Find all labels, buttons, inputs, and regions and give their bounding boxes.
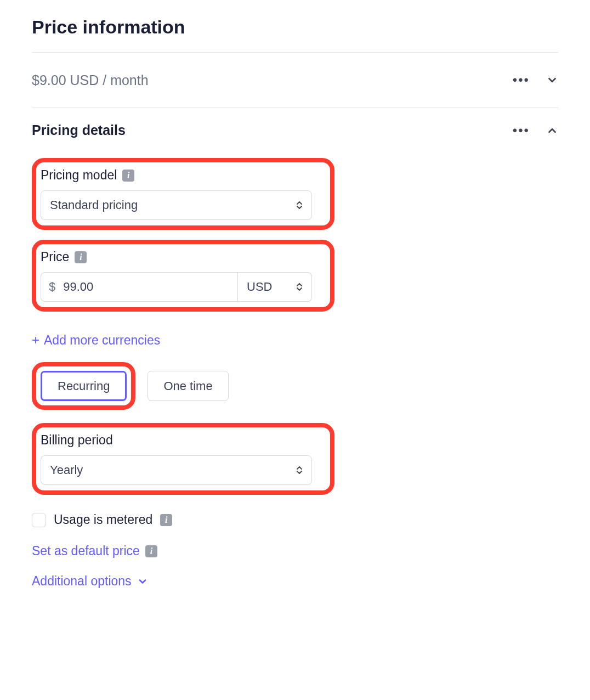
billing-period-highlight: Billing period Yearly [32,423,334,495]
overflow-menu-icon[interactable]: ••• [513,124,530,137]
page-title: Price information [32,16,558,38]
billing-period-label: Billing period [41,433,113,448]
metered-checkbox[interactable] [32,513,46,527]
price-input-wrapper[interactable]: $ [41,272,238,302]
currency-symbol: $ [49,280,55,294]
select-arrows-icon [296,466,303,475]
pricing-details-header[interactable]: Pricing details ••• [32,122,558,138]
metered-label: Usage is metered [54,512,152,527]
existing-price-label: $9.00 USD / month [32,72,149,88]
set-default-price-label: Set as default price [32,544,140,558]
add-currencies-label: Add more currencies [44,333,160,348]
currency-select[interactable]: USD [238,272,312,302]
billing-period-select[interactable]: Yearly [41,455,312,485]
info-icon[interactable]: i [160,514,172,526]
set-default-price-link[interactable]: Set as default price i [32,544,157,558]
info-icon[interactable]: i [75,251,87,263]
select-arrows-icon [296,201,303,210]
chevron-up-icon[interactable] [546,125,558,137]
overflow-menu-icon[interactable]: ••• [513,74,530,87]
info-icon[interactable]: i [145,545,157,557]
chevron-down-icon[interactable] [546,74,558,86]
info-icon[interactable]: i [122,170,134,182]
add-currencies-link[interactable]: + Add more currencies [32,332,160,348]
billing-period-value: Yearly [50,463,83,477]
pricing-model-label: Pricing model [41,168,117,183]
plus-icon: + [32,332,39,348]
recurring-highlight: Recurring [32,362,135,410]
price-label: Price [41,250,69,264]
chevron-down-icon [137,576,148,587]
pricing-details-title: Pricing details [32,122,126,138]
price-amount-input[interactable] [63,280,230,294]
additional-options-label: Additional options [32,574,132,589]
price-highlight: Price i $ USD [32,240,334,312]
divider [32,108,558,108]
currency-value: USD [247,280,272,294]
recurring-toggle[interactable]: Recurring [41,371,127,401]
existing-price-row[interactable]: $9.00 USD / month ••• [32,53,558,108]
select-arrows-icon [296,283,303,291]
one-time-toggle[interactable]: One time [148,371,228,401]
additional-options-toggle[interactable]: Additional options [32,574,148,589]
pricing-model-value: Standard pricing [50,198,138,212]
pricing-model-highlight: Pricing model i Standard pricing [32,158,334,230]
pricing-model-select[interactable]: Standard pricing [41,190,312,220]
